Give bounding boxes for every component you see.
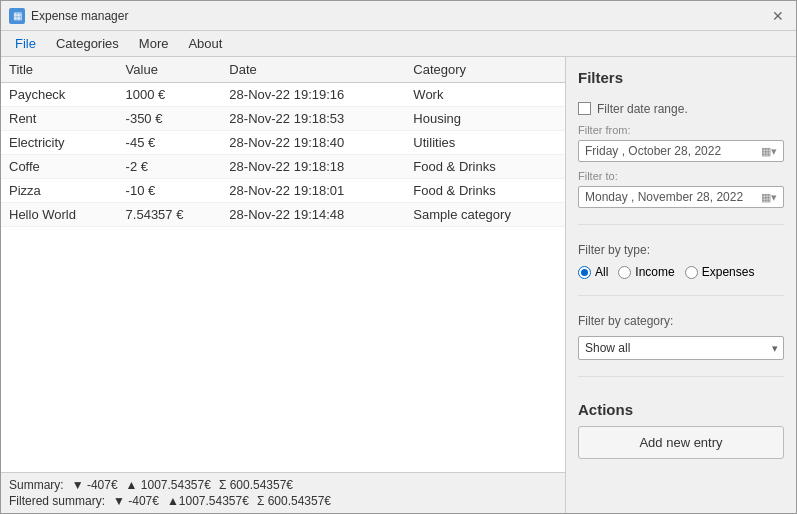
cell-title: Electricity — [1, 131, 118, 155]
table-row[interactable]: Coffe-2 €28-Nov-22 19:18:18Food & Drinks — [1, 155, 565, 179]
cell-category: Utilities — [405, 131, 565, 155]
cell-value: -10 € — [118, 179, 222, 203]
cell-date: 28-Nov-22 19:18:18 — [221, 155, 405, 179]
filtered-row: Filtered summary: ▼ -407€ ▲1007.54357€ Σ… — [9, 493, 557, 509]
cell-category: Food & Drinks — [405, 155, 565, 179]
filter-date-row: Filter date range. — [578, 100, 784, 116]
cell-value: 1000 € — [118, 83, 222, 107]
filter-from-label: Filter from: — [578, 124, 784, 136]
divider-3 — [578, 376, 784, 377]
filter-to-row: Filter to: Monday , November 28, 2022 ▦▾ — [578, 170, 784, 208]
cell-value: -45 € — [118, 131, 222, 155]
table-container[interactable]: Title Value Date Category Paycheck1000 €… — [1, 57, 565, 472]
app-icon: ▦ — [9, 8, 25, 24]
radio-income-circle — [618, 266, 631, 279]
actions-section: Actions Add new entry — [578, 401, 784, 459]
title-bar: ▦ Expense manager ✕ — [1, 1, 796, 31]
filter-type-label: Filter by type: — [578, 243, 784, 257]
col-date: Date — [221, 57, 405, 83]
menu-file[interactable]: File — [5, 33, 46, 54]
radio-income[interactable]: Income — [618, 265, 674, 279]
cell-date: 28-Nov-22 19:18:40 — [221, 131, 405, 155]
cell-date: 28-Nov-22 19:18:53 — [221, 107, 405, 131]
filtered-sigma: Σ 600.54357€ — [257, 494, 331, 508]
filter-date-label: Filter date range. — [597, 102, 688, 116]
filter-to-label: Filter to: — [578, 170, 784, 182]
menu-about[interactable]: About — [178, 33, 232, 54]
radio-all-label: All — [595, 265, 608, 279]
col-value: Value — [118, 57, 222, 83]
col-title: Title — [1, 57, 118, 83]
filters-title: Filters — [578, 69, 784, 86]
filter-date-section: Filter date range. Filter from: Friday ,… — [578, 100, 784, 208]
table-row[interactable]: Hello World7.54357 €28-Nov-22 19:14:48Sa… — [1, 203, 565, 227]
filter-to-value: Monday , November 28, 2022 — [585, 190, 743, 204]
filter-date-checkbox[interactable] — [578, 102, 591, 115]
divider-2 — [578, 295, 784, 296]
actions-title: Actions — [578, 401, 784, 418]
cell-category: Food & Drinks — [405, 179, 565, 203]
table-row[interactable]: Pizza-10 €28-Nov-22 19:18:01Food & Drink… — [1, 179, 565, 203]
filter-from-input[interactable]: Friday , October 28, 2022 ▦▾ — [578, 140, 784, 162]
filtered-down: ▼ -407€ — [113, 494, 159, 508]
filter-to-input[interactable]: Monday , November 28, 2022 ▦▾ — [578, 186, 784, 208]
table-row[interactable]: Electricity-45 €28-Nov-22 19:18:40Utilit… — [1, 131, 565, 155]
cell-category: Sample category — [405, 203, 565, 227]
calendar-to-icon[interactable]: ▦▾ — [761, 191, 777, 204]
summary-label: Summary: — [9, 478, 64, 492]
cell-category: Work — [405, 83, 565, 107]
category-select-wrapper: Show all — [578, 336, 784, 360]
table-header-row: Title Value Date Category — [1, 57, 565, 83]
radio-expenses-label: Expenses — [702, 265, 755, 279]
filtered-label: Filtered summary: — [9, 494, 105, 508]
calendar-from-icon[interactable]: ▦▾ — [761, 145, 777, 158]
filter-from-row: Filter from: Friday , October 28, 2022 ▦… — [578, 124, 784, 162]
col-category: Category — [405, 57, 565, 83]
radio-expenses[interactable]: Expenses — [685, 265, 755, 279]
cell-title: Coffe — [1, 155, 118, 179]
category-select[interactable]: Show all — [578, 336, 784, 360]
cell-title: Hello World — [1, 203, 118, 227]
sidebar: Filters Filter date range. Filter from: … — [566, 57, 796, 513]
filter-category-label: Filter by category: — [578, 314, 784, 328]
expenses-table: Title Value Date Category Paycheck1000 €… — [1, 57, 565, 227]
radio-all[interactable]: All — [578, 265, 608, 279]
radio-expenses-circle — [685, 266, 698, 279]
content-area: Title Value Date Category Paycheck1000 €… — [1, 57, 796, 513]
radio-group: All Income Expenses — [578, 265, 784, 279]
cell-title: Rent — [1, 107, 118, 131]
menu-more[interactable]: More — [129, 33, 179, 54]
close-button[interactable]: ✕ — [768, 6, 788, 26]
main-table-area: Title Value Date Category Paycheck1000 €… — [1, 57, 566, 513]
summary-down: ▼ -407€ — [72, 478, 118, 492]
summary-row: Summary: ▼ -407€ ▲ 1007.54357€ Σ 600.543… — [9, 477, 557, 493]
cell-title: Pizza — [1, 179, 118, 203]
summary-up: ▲ 1007.54357€ — [126, 478, 211, 492]
divider-1 — [578, 224, 784, 225]
app-window: ▦ Expense manager ✕ File Categories More… — [0, 0, 797, 514]
window-title: Expense manager — [31, 9, 128, 23]
filter-category-section: Filter by category: Show all — [578, 312, 784, 360]
cell-value: -350 € — [118, 107, 222, 131]
filtered-up: ▲1007.54357€ — [167, 494, 249, 508]
radio-income-label: Income — [635, 265, 674, 279]
cell-title: Paycheck — [1, 83, 118, 107]
menu-bar: File Categories More About — [1, 31, 796, 57]
add-new-entry-button[interactable]: Add new entry — [578, 426, 784, 459]
cell-category: Housing — [405, 107, 565, 131]
cell-value: 7.54357 € — [118, 203, 222, 227]
cell-date: 28-Nov-22 19:18:01 — [221, 179, 405, 203]
radio-all-circle — [578, 266, 591, 279]
menu-categories[interactable]: Categories — [46, 33, 129, 54]
status-bar: Summary: ▼ -407€ ▲ 1007.54357€ Σ 600.543… — [1, 472, 565, 513]
filter-type-section: Filter by type: All Income Expenses — [578, 241, 784, 279]
filter-from-value: Friday , October 28, 2022 — [585, 144, 721, 158]
cell-date: 28-Nov-22 19:19:16 — [221, 83, 405, 107]
summary-sigma: Σ 600.54357€ — [219, 478, 293, 492]
cell-value: -2 € — [118, 155, 222, 179]
cell-date: 28-Nov-22 19:14:48 — [221, 203, 405, 227]
title-bar-left: ▦ Expense manager — [9, 8, 128, 24]
table-row[interactable]: Rent-350 €28-Nov-22 19:18:53Housing — [1, 107, 565, 131]
table-row[interactable]: Paycheck1000 €28-Nov-22 19:19:16Work — [1, 83, 565, 107]
